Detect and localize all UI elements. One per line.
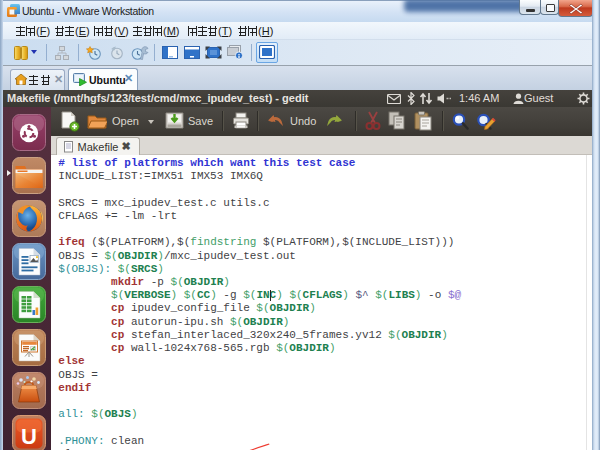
svg-text:U: U (21, 424, 37, 449)
